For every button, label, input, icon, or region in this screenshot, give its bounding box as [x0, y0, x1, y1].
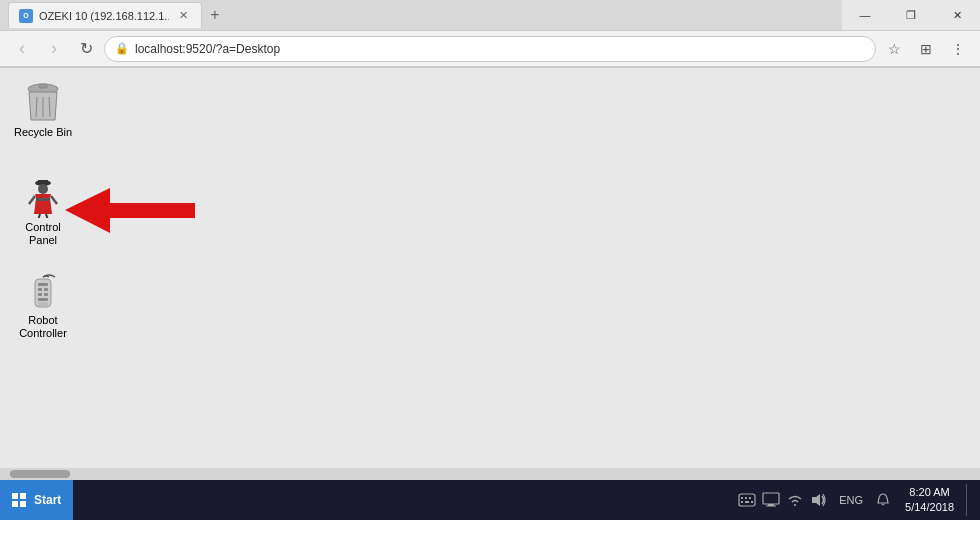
svg-rect-17: [38, 293, 42, 296]
svg-rect-1: [39, 84, 47, 88]
menu-button[interactable]: ⋮: [944, 35, 972, 63]
start-button[interactable]: Start: [0, 480, 73, 520]
svg-marker-38: [812, 494, 820, 506]
svg-rect-30: [749, 497, 751, 499]
recycle-bin-image: [23, 82, 63, 122]
browser-chrome: O OZEKI 10 (192.168.112.1... ✕ + — ❐ ✕ ‹…: [0, 0, 980, 68]
close-button[interactable]: ✕: [934, 0, 980, 30]
svg-rect-23: [12, 493, 18, 499]
show-desktop-button[interactable]: [966, 484, 972, 516]
tab-title: OZEKI 10 (192.168.112.1...: [39, 10, 169, 22]
language-indicator[interactable]: ENG: [833, 494, 869, 506]
navigation-bar: ‹ › ↻ 🔒 localhost:9520/?a=Desktop ☆ ⊞ ⋮: [0, 31, 980, 67]
tab-close-button[interactable]: ✕: [175, 8, 191, 24]
svg-rect-25: [12, 501, 18, 507]
svg-rect-26: [20, 501, 26, 507]
svg-rect-16: [44, 288, 48, 291]
address-bar[interactable]: 🔒 localhost:9520/?a=Desktop: [104, 36, 876, 62]
tab-favicon: O: [19, 9, 33, 23]
tray-notifications-icon[interactable]: [873, 490, 893, 510]
svg-rect-35: [763, 493, 779, 504]
clock-date: 5/14/2018: [905, 500, 954, 515]
lock-icon: 🔒: [115, 42, 129, 55]
svg-line-8: [29, 196, 35, 204]
tray-network-icon[interactable]: [785, 490, 805, 510]
recycle-bin-icon[interactable]: Recycle Bin: [8, 78, 78, 143]
svg-marker-22: [65, 188, 195, 233]
tray-display-icon[interactable]: [761, 490, 781, 510]
refresh-button[interactable]: ↻: [72, 35, 100, 63]
taskbar-clock[interactable]: 8:20 AM 5/14/2018: [897, 485, 962, 516]
svg-rect-14: [38, 283, 48, 286]
address-text: localhost:9520/?a=Desktop: [135, 42, 280, 56]
svg-rect-33: [745, 501, 749, 503]
svg-line-9: [51, 196, 57, 204]
extensions-button[interactable]: ⊞: [912, 35, 940, 63]
desktop-area: Recycle Bin Control: [0, 68, 980, 468]
svg-rect-29: [745, 497, 747, 499]
forward-button[interactable]: ›: [40, 35, 68, 63]
nav-action-icons: ☆ ⊞ ⋮: [880, 35, 972, 63]
svg-rect-18: [44, 293, 48, 296]
bookmark-star-button[interactable]: ☆: [880, 35, 908, 63]
svg-point-7: [38, 184, 48, 194]
control-panel-image: [23, 177, 63, 217]
svg-rect-34: [751, 501, 753, 503]
new-tab-button[interactable]: +: [202, 2, 228, 28]
svg-rect-32: [741, 501, 743, 503]
start-label: Start: [34, 493, 61, 507]
svg-rect-27: [739, 494, 755, 506]
browser-tab[interactable]: O OZEKI 10 (192.168.112.1... ✕: [8, 2, 202, 28]
svg-line-11: [46, 214, 48, 218]
svg-rect-15: [38, 288, 42, 291]
system-tray: ENG 8:20 AM 5/14/2018: [737, 484, 980, 516]
robot-controller-label: Robot Controller: [12, 314, 74, 340]
red-arrow-indicator: [65, 183, 185, 233]
svg-rect-12: [36, 198, 50, 201]
robot-controller-icon[interactable]: Robot Controller: [8, 266, 78, 344]
scroll-thumb[interactable]: [10, 470, 70, 478]
back-button[interactable]: ‹: [8, 35, 36, 63]
robot-controller-image: [23, 270, 63, 310]
svg-rect-24: [20, 493, 26, 499]
clock-time: 8:20 AM: [909, 485, 949, 500]
minimize-button[interactable]: —: [842, 0, 888, 30]
desktop-scrollbar[interactable]: [0, 468, 980, 480]
tray-keyboard-icon[interactable]: [737, 490, 757, 510]
tray-volume-icon[interactable]: [809, 490, 829, 510]
svg-rect-28: [741, 497, 743, 499]
recycle-bin-label: Recycle Bin: [14, 126, 72, 139]
taskbar: Start: [0, 480, 980, 520]
maximize-button[interactable]: ❐: [888, 0, 934, 30]
svg-rect-19: [38, 298, 48, 301]
svg-line-10: [38, 214, 40, 218]
